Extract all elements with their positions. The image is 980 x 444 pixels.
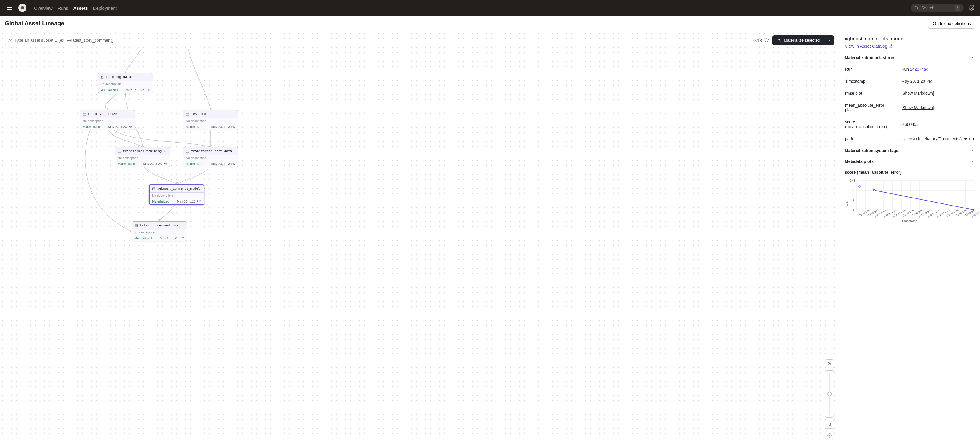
asset-name: training_data	[105, 75, 131, 79]
zoom-in-button[interactable]	[825, 359, 834, 368]
plot-title: score (mean_absolute_error)	[845, 170, 974, 175]
svg-marker-14	[129, 230, 132, 232]
settings-button[interactable]	[967, 3, 977, 13]
svg-marker-11	[210, 145, 212, 147]
nav-runs[interactable]: Runs	[58, 6, 68, 11]
zoom-out-button[interactable]	[825, 420, 834, 429]
svg-point-39	[8, 41, 10, 42]
search-shortcut-badge: /	[955, 5, 960, 11]
svg-rect-15	[101, 76, 103, 78]
asset-description: No description	[183, 155, 238, 161]
svg-line-43	[10, 41, 10, 41]
asset-node-transformed_test_data[interactable]: transformed_test_dataNo descriptionMater…	[183, 147, 239, 167]
svg-line-50	[830, 425, 831, 426]
reload-icon	[932, 21, 937, 25]
svg-line-44	[11, 41, 11, 41]
svg-rect-30	[153, 188, 155, 190]
asset-node-transformed_training_data[interactable]: transformed_training_dataNo descriptionM…	[115, 147, 170, 167]
asset-node-tfidf_vectorizer[interactable]: tfidf_vectorizerNo descriptionMaterializ…	[80, 110, 135, 130]
path-link[interactable]: /Users/odetteharary/Documents/version	[901, 137, 974, 141]
asset-subset-filter[interactable]	[5, 36, 116, 45]
asset-status: Materialized	[134, 236, 152, 240]
svg-line-41	[10, 40, 10, 40]
table-row: rmse plot [Show Markdown]	[839, 88, 980, 99]
plot-ylabel: Value	[845, 199, 849, 207]
section-materialization[interactable]: Materialization in last run	[839, 52, 980, 63]
chevron-right-icon	[970, 149, 974, 152]
section-metadata-plots[interactable]: Metadata plots	[839, 156, 980, 167]
materialize-dropdown[interactable]	[825, 35, 834, 45]
page-header: Global Asset Lineage Reload definitions	[0, 16, 980, 31]
zoom-slider[interactable]	[825, 371, 834, 417]
refresh-timer: 0:18	[753, 38, 769, 43]
search-input[interactable]	[921, 6, 952, 10]
table-row: Timestamp May 23, 1:23 PM	[839, 75, 980, 88]
asset-timestamp: May 23, 1:23 PM	[212, 162, 236, 166]
asset-name: transformed_training_data	[123, 149, 167, 153]
svg-point-36	[10, 40, 11, 41]
table-icon	[186, 150, 189, 153]
table-icon	[83, 112, 86, 116]
chevron-down-icon	[970, 56, 974, 59]
asset-status: Materialized	[186, 125, 203, 129]
plot-xlabel: Timestamp	[845, 219, 974, 223]
asset-subset-input[interactable]	[14, 38, 113, 43]
table-icon	[118, 150, 121, 153]
svg-line-6	[917, 9, 918, 10]
svg-line-46	[830, 364, 831, 366]
nav-assets[interactable]: Assets	[73, 6, 88, 11]
view-in-catalog-link[interactable]: View in Asset Catalog	[845, 43, 893, 49]
svg-point-77	[873, 189, 875, 191]
svg-point-7	[971, 7, 973, 8]
dagster-logo[interactable]	[18, 3, 27, 13]
section-system-tags[interactable]: Materialization system tags	[839, 145, 980, 156]
hamburger-icon	[6, 4, 13, 11]
svg-marker-10	[142, 145, 144, 147]
asset-status: Materialized	[83, 125, 100, 129]
nav-overview[interactable]: Overview	[34, 6, 52, 11]
asset-timestamp: May 23, 1:23 PM	[160, 236, 184, 240]
asset-description: No description	[98, 81, 153, 87]
asset-node-test_data[interactable]: test_dataNo descriptionMaterializedMay 2…	[183, 110, 239, 130]
table-icon	[152, 187, 156, 191]
nav-deployment[interactable]: Deployment	[93, 6, 117, 11]
svg-point-40	[11, 41, 12, 42]
global-search[interactable]: /	[911, 3, 964, 12]
asset-timestamp: May 23, 1:23 PM	[108, 125, 132, 129]
asset-name: test_data	[191, 112, 209, 116]
asset-timestamp: May 23, 1:23 PM	[126, 88, 150, 91]
graph-panel: training_dataNo descriptionMaterializedM…	[0, 31, 839, 444]
asset-name: xgboost_comments_model	[157, 187, 200, 191]
metadata-plot: score (mean_absolute_error) Value	[839, 167, 980, 234]
details-panel: xgboost_comments_model View in Asset Cat…	[839, 31, 980, 444]
svg-marker-13	[158, 219, 161, 221]
menu-toggle[interactable]	[3, 2, 15, 14]
svg-rect-24	[118, 150, 121, 152]
materialize-selected-button[interactable]: Materialize selected	[773, 35, 825, 45]
sparkle-icon	[777, 38, 781, 42]
reload-label: Reload definitions	[938, 21, 971, 26]
show-markdown-link[interactable]: [Show Markdown]	[901, 91, 934, 95]
run-link[interactable]: 242374ad	[910, 67, 928, 72]
show-markdown-link[interactable]: [Show Markdown]	[901, 105, 934, 110]
asset-node-latest_comment_predictions[interactable]: latest_…_comment_predictionsNo descripti…	[132, 221, 187, 242]
asset-node-training_data[interactable]: training_dataNo descriptionMaterializedM…	[98, 73, 153, 93]
svg-point-4	[23, 7, 24, 8]
reload-definitions-button[interactable]: Reload definitions	[928, 19, 975, 29]
svg-rect-33	[135, 224, 138, 227]
svg-point-37	[8, 39, 10, 40]
download-graph-button[interactable]	[825, 431, 834, 440]
table-row: Run Run 242374ad	[839, 63, 980, 75]
asset-description: No description	[132, 229, 187, 235]
zoom-controls	[825, 359, 834, 440]
table-icon	[134, 224, 138, 227]
svg-marker-9	[210, 108, 212, 110]
refresh-icon[interactable]	[764, 38, 769, 43]
svg-point-76	[859, 186, 861, 187]
zoom-out-icon	[827, 422, 832, 426]
details-asset-title: xgboost_comments_model	[845, 36, 974, 42]
download-icon	[827, 433, 832, 438]
asset-node-xgboost_comments_model[interactable]: xgboost_comments_modelNo descriptionMate…	[149, 185, 204, 205]
zoom-slider-thumb[interactable]	[827, 392, 832, 396]
graph-canvas[interactable]: training_dataNo descriptionMaterializedM…	[0, 31, 838, 444]
